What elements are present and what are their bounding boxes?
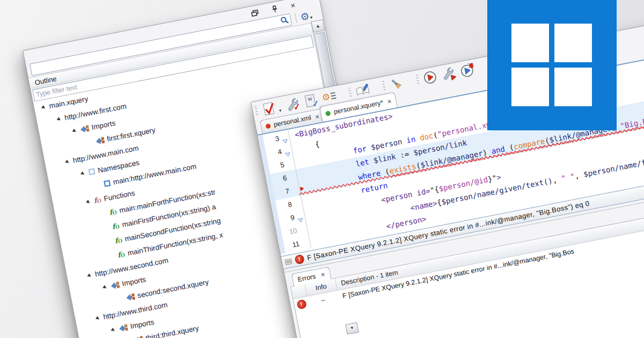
error-info-cell: – (308, 293, 339, 306)
close-button[interactable]: × (290, 2, 296, 10)
import-icon (79, 124, 90, 134)
edit-scenario-button[interactable] (355, 83, 371, 99)
validation-scenario-button[interactable]: ⚙ (321, 89, 337, 105)
function-icon: f() (93, 195, 102, 204)
expand-arrow-icon[interactable]: ▶ (85, 199, 92, 205)
windows-logo-pane (511, 24, 549, 62)
expand-arrow-icon[interactable]: ▶ (95, 315, 101, 322)
desktop-background: × ⚙ ▾ Outline ▶main.xqu (0, 0, 644, 338)
toolbar-handle[interactable] (416, 75, 420, 85)
validate-with-button[interactable]: ✓ (284, 96, 300, 112)
scenario-gear-icon: ⚙ (321, 90, 337, 105)
error-marker-icon (300, 186, 304, 191)
toolbar-handle[interactable] (348, 87, 352, 98)
namespace-icon (87, 167, 96, 175)
validate-document-icon (262, 101, 276, 116)
restore-button[interactable] (251, 9, 260, 17)
function-icon: f() (114, 236, 123, 245)
import-icon (118, 324, 128, 333)
windows-logo-pane (511, 68, 549, 106)
import-icon (109, 281, 120, 290)
expand-arrow-icon[interactable]: ▶ (71, 127, 78, 134)
result-list-icon (284, 258, 292, 265)
debug-icon (459, 62, 475, 78)
search-icon[interactable] (280, 15, 290, 27)
toolbar-handle[interactable] (255, 106, 259, 116)
modified-status-icon (265, 123, 271, 129)
tab-close-icon[interactable]: × (314, 112, 320, 121)
scroll-up-button[interactable]: ▲ (311, 19, 325, 33)
error-badge-icon: ! (296, 299, 307, 310)
check-wellformed-button[interactable]: W ✓ (302, 92, 318, 108)
function-icon: f() (108, 207, 118, 216)
import-icon (95, 136, 105, 145)
import-icon (134, 335, 144, 338)
windows-logo-pane (554, 24, 592, 62)
check-icon: ✓ (293, 102, 302, 111)
wrench-play-icon (441, 65, 457, 82)
chevron-down-icon: ▾ (310, 14, 313, 20)
modified-status-icon (325, 111, 331, 116)
run-transformation-button[interactable] (422, 69, 438, 85)
paintbrush-icon (389, 76, 404, 91)
windows-logo (487, 0, 617, 130)
format-indent-button[interactable] (388, 76, 404, 92)
namespace-icon (103, 179, 111, 187)
pin-button[interactable] (271, 5, 279, 13)
expand-arrow-icon[interactable]: ▶ (102, 284, 108, 291)
tab-label: Errors (297, 272, 316, 283)
expand-arrow-icon[interactable]: ▶ (56, 115, 62, 122)
import-icon (125, 292, 135, 302)
windows-logo-pane (554, 68, 592, 106)
function-icon: f() (111, 222, 120, 231)
configure-transformation-button[interactable] (441, 65, 457, 82)
book-pencil-icon (355, 83, 371, 99)
line-number: 11 (283, 237, 303, 253)
validate-button[interactable] (261, 100, 277, 116)
expand-arrow-icon[interactable]: ▶ (64, 158, 71, 165)
close-icon: × (290, 2, 296, 10)
error-badge-icon: ! (294, 254, 305, 265)
toolbar-handle[interactable] (382, 81, 386, 92)
tree-item-label: Imports (91, 119, 116, 131)
validate-dropdown-icon[interactable]: ▾ (279, 108, 282, 113)
tree-item-label: Imports (121, 275, 147, 288)
expand-arrow-icon[interactable]: ▶ (41, 104, 47, 111)
function-icon: f() (117, 250, 126, 259)
restore-icon (251, 9, 260, 17)
expand-arrow-icon[interactable]: ▶ (86, 272, 93, 279)
dropdown-button[interactable]: ▼ (345, 322, 358, 335)
play-icon (422, 69, 438, 85)
pin-icon (271, 5, 279, 13)
expand-arrow-icon[interactable]: ▶ (110, 326, 116, 333)
debug-transformation-button[interactable] (459, 62, 475, 78)
expand-arrow-icon[interactable]: ▶ (80, 170, 86, 177)
tree-item-label: Imports (129, 318, 155, 330)
view-menu-button[interactable]: ⚙ ▾ (299, 10, 313, 23)
tab-close-icon[interactable]: × (320, 270, 326, 279)
gear-icon: ⚙ (299, 11, 310, 23)
tab-close-icon[interactable]: × (386, 97, 392, 106)
toolbar-separator (295, 13, 297, 23)
